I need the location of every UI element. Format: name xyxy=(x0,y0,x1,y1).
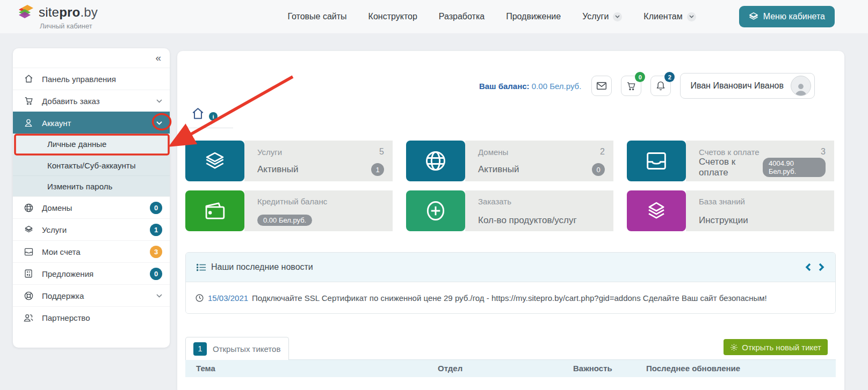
sidebar-collapse-button[interactable]: « xyxy=(13,48,170,68)
list-icon xyxy=(197,263,206,271)
inbox-icon xyxy=(627,141,686,181)
main-panel: Ваш баланс: 0.00 Бел.руб. 0 2 Иван Ивано… xyxy=(177,51,844,390)
layers-icon xyxy=(749,12,758,21)
column-header-priority: Важность xyxy=(573,364,612,373)
news-title: Наши последние новости xyxy=(211,262,313,272)
nav-item-development[interactable]: Разработка xyxy=(439,12,484,21)
submenu-item-personal-data[interactable]: Личные данные xyxy=(13,134,170,154)
column-header-subject: Тема xyxy=(196,364,215,373)
card-knowledge-base[interactable]: База знаний Инструкции xyxy=(627,190,834,231)
messages-button[interactable] xyxy=(591,76,612,96)
card-domains[interactable]: Домены2 Активный0 xyxy=(406,141,613,181)
chevron-left-icon[interactable] xyxy=(805,263,812,271)
layers-icon xyxy=(185,141,244,181)
card-amount-pill: 4004.90 Бел.руб. xyxy=(763,158,826,177)
tickets-table-header: Тема Отдел Важность Последнее обновление xyxy=(185,359,836,377)
account-submenu: Личные данные Контакты/Суб-аккаунты Изме… xyxy=(13,134,170,196)
breadcrumb: i xyxy=(191,107,218,121)
sidebar-item-label: Домены xyxy=(42,203,72,212)
sidebar-item-my-invoices[interactable]: Мои счета 3 xyxy=(13,240,170,262)
layers-icon xyxy=(627,190,686,231)
sidebar-item-domains[interactable]: Домены 0 xyxy=(13,196,170,218)
cart-icon xyxy=(626,81,636,91)
sidebar-item-account[interactable]: Аккаунт xyxy=(13,112,170,134)
nav-item-promotion[interactable]: Продвижение xyxy=(506,12,561,21)
chevron-down-icon xyxy=(156,294,162,298)
sidebar-item-label: Панель управления xyxy=(42,75,116,84)
sidebar-item-support[interactable]: Поддержка xyxy=(13,284,170,306)
sidebar-item-label: Мои счета xyxy=(42,247,81,256)
quotes-count-badge: 0 xyxy=(150,268,162,280)
card-count: 2 xyxy=(600,147,605,157)
card-invoices-due[interactable]: Счетов к оплате3 Счетов к оплате4004.90 … xyxy=(627,141,834,181)
sidebar-item-label: Аккаунт xyxy=(42,119,71,128)
nav-item-services[interactable]: Услуги xyxy=(582,12,622,21)
news-header: Наши последние новости xyxy=(186,253,835,282)
cart-button[interactable]: 0 xyxy=(621,76,641,96)
card-order[interactable]: Заказать Кол-во продуктов/услуг xyxy=(406,190,613,231)
collapse-icon: « xyxy=(155,52,161,64)
chevron-down-icon[interactable] xyxy=(156,121,162,125)
card-badge: 1 xyxy=(371,163,384,176)
notifications-count-badge: 2 xyxy=(664,72,675,82)
nav-item-ready-sites[interactable]: Готовые сайты xyxy=(287,12,346,21)
open-new-ticket-button[interactable]: Открыть новый тикет xyxy=(724,339,828,355)
news-panel: Наши последние новости 15/03/2021 Подклю… xyxy=(185,252,836,314)
card-credit-balance[interactable]: Кредитный баланс 0.00 Бел.руб. xyxy=(185,190,393,231)
info-icon[interactable]: i xyxy=(209,112,218,121)
nav-item-constructor[interactable]: Конструктор xyxy=(368,12,417,21)
cart-icon xyxy=(23,96,34,106)
sidebar-item-dashboard[interactable]: Панель управления xyxy=(13,68,170,90)
plus-circle-icon xyxy=(406,190,465,231)
chevron-down-icon xyxy=(687,12,696,21)
sidebar-item-label: Добавить заказ xyxy=(42,97,100,106)
services-count-badge: 1 xyxy=(150,224,162,236)
user-toolbar: Ваш баланс: 0.00 Бел.руб. 0 2 Иван Ивано… xyxy=(479,73,815,99)
submenu-item-change-password[interactable]: Изменить пароль xyxy=(13,175,170,196)
user-menu[interactable]: Иван Иванович Иванов xyxy=(680,73,815,99)
nav-item-clients[interactable]: Клиентам xyxy=(643,12,696,21)
submenu-item-contacts-subaccounts[interactable]: Контакты/Суб-аккаунты xyxy=(13,154,170,175)
sidebar: « Панель управления Добавить заказ Аккау… xyxy=(13,48,170,348)
envelope-icon xyxy=(596,82,607,90)
tab-label: Открытых тикетов xyxy=(213,344,280,354)
sidebar-item-partnership[interactable]: Партнерство xyxy=(13,306,170,328)
top-header: sitepro.by Личный кабинет Готовые сайты … xyxy=(0,0,868,33)
chevron-down-icon xyxy=(156,99,162,103)
open-tickets-count-badge: 1 xyxy=(193,342,207,356)
sidebar-item-label: Партнерство xyxy=(42,313,90,322)
column-header-last-update: Последнее обновление xyxy=(646,364,740,373)
layers-icon xyxy=(23,225,34,234)
bell-icon xyxy=(656,80,666,91)
column-header-department: Отдел xyxy=(438,364,462,373)
card-services[interactable]: Услуги5 Активный1 xyxy=(185,141,393,181)
card-badge: 0 xyxy=(592,163,605,176)
user-icon xyxy=(23,118,34,128)
lifebuoy-icon xyxy=(23,291,34,301)
globe-icon xyxy=(23,203,34,213)
cart-count-badge: 0 xyxy=(635,72,645,82)
balance-text: Ваш баланс: 0.00 Бел.руб. xyxy=(479,82,581,91)
sidebar-item-quotes[interactable]: Предложения 0 xyxy=(13,262,170,284)
clock-icon xyxy=(195,293,204,303)
notifications-button[interactable]: 2 xyxy=(650,76,671,96)
users-icon xyxy=(23,313,34,322)
card-count: 3 xyxy=(821,147,826,157)
news-item: 15/03/2021 Подключайте SSL Сертификат по… xyxy=(186,282,835,313)
tab-open-tickets[interactable]: 1 Открытых тикетов xyxy=(185,337,289,360)
top-navigation: Готовые сайты Конструктор Разработка Про… xyxy=(287,6,835,27)
news-date-link[interactable]: 15/03/2021 xyxy=(208,293,248,303)
chevron-right-icon[interactable] xyxy=(818,263,824,271)
home-icon[interactable] xyxy=(191,107,205,121)
sitepro-logo-icon xyxy=(16,3,35,21)
brand-logo[interactable]: sitepro.by Личный кабинет xyxy=(16,3,98,30)
globe-icon xyxy=(406,141,465,181)
inbox-icon xyxy=(23,247,34,256)
sidebar-item-services[interactable]: Услуги 1 xyxy=(13,218,170,240)
sidebar-item-label: Предложения xyxy=(42,269,93,278)
wallet-icon xyxy=(185,190,244,231)
brand-name: sitepro.by xyxy=(39,5,98,20)
user-name: Иван Иванович Иванов xyxy=(690,81,784,91)
sidebar-item-add-order[interactable]: Добавить заказ xyxy=(13,90,170,112)
cabinet-menu-button[interactable]: Меню кабинета xyxy=(739,6,835,27)
